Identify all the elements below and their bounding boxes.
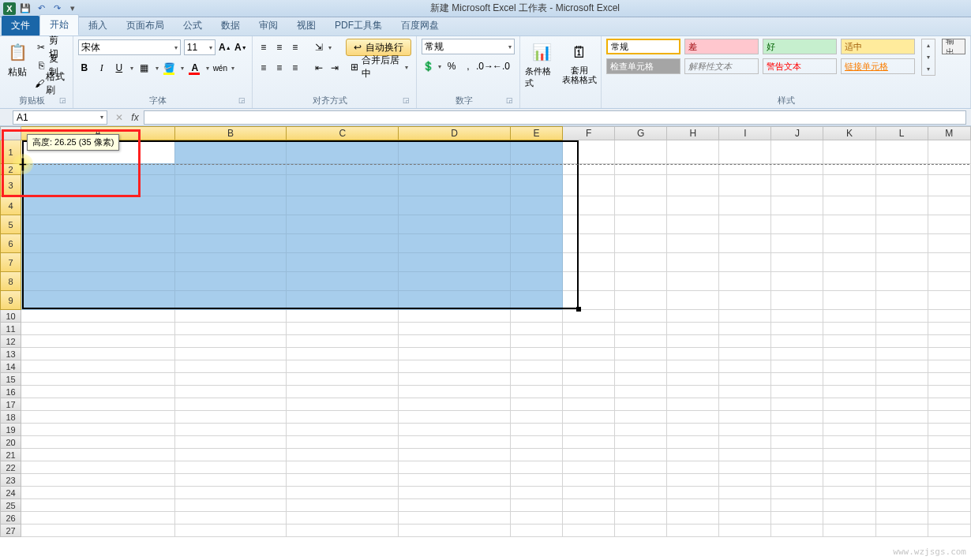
cell[interactable] <box>563 360 615 373</box>
cell[interactable] <box>175 411 287 424</box>
cell[interactable] <box>876 461 928 474</box>
cell[interactable] <box>287 461 399 474</box>
cell[interactable] <box>21 474 174 487</box>
cell[interactable] <box>615 461 667 474</box>
cell[interactable] <box>771 487 823 499</box>
tab-layout[interactable]: 页面布局 <box>117 16 174 35</box>
cell[interactable] <box>563 398 615 411</box>
cell[interactable] <box>399 373 511 386</box>
cell[interactable] <box>399 474 511 487</box>
border-icon[interactable]: ▦ <box>138 62 151 74</box>
align-right-icon[interactable]: ≡ <box>289 62 302 74</box>
cell[interactable] <box>615 164 667 175</box>
cell[interactable] <box>21 424 174 436</box>
cell[interactable] <box>928 424 971 436</box>
cell[interactable] <box>876 234 928 253</box>
cell[interactable] <box>928 398 971 411</box>
cell[interactable] <box>21 196 174 215</box>
align-top-icon[interactable]: ≡ <box>257 41 270 54</box>
cell[interactable] <box>823 436 875 449</box>
cell[interactable] <box>771 164 823 175</box>
cell[interactable] <box>511 348 563 360</box>
cell[interactable] <box>175 164 287 175</box>
cell[interactable] <box>287 175 399 196</box>
cell[interactable] <box>563 196 615 215</box>
cell[interactable] <box>823 234 875 253</box>
format-painter-button[interactable]: 🖌格式刷 <box>35 75 68 92</box>
cell[interactable] <box>563 291 615 310</box>
row-header[interactable]: 3 <box>0 175 21 196</box>
cell[interactable] <box>287 386 399 398</box>
cell[interactable] <box>175 487 287 499</box>
style-bad[interactable]: 差 <box>684 39 759 54</box>
cell[interactable] <box>563 449 615 461</box>
cell[interactable] <box>719 474 771 487</box>
cell[interactable] <box>563 164 615 175</box>
cell[interactable] <box>876 424 928 436</box>
cell[interactable] <box>719 164 771 175</box>
align-center-icon[interactable]: ≡ <box>273 62 286 74</box>
cell[interactable] <box>287 411 399 424</box>
cell[interactable] <box>876 140 928 164</box>
cell[interactable] <box>667 461 719 474</box>
cell[interactable] <box>511 140 563 164</box>
cell[interactable] <box>667 373 719 386</box>
cell[interactable] <box>667 487 719 499</box>
cell[interactable] <box>876 164 928 175</box>
cell[interactable] <box>876 291 928 310</box>
tab-pdf[interactable]: PDF工具集 <box>325 16 392 35</box>
cell[interactable] <box>823 449 875 461</box>
cell[interactable] <box>21 360 174 373</box>
fill-handle[interactable] <box>576 307 581 312</box>
save-icon[interactable]: 💾 <box>19 2 32 15</box>
cell[interactable] <box>21 499 174 512</box>
cell[interactable] <box>511 164 563 175</box>
cell[interactable] <box>563 323 615 335</box>
font-launcher-icon[interactable]: ◲ <box>238 96 247 104</box>
cell[interactable] <box>511 234 563 253</box>
cell[interactable] <box>823 461 875 474</box>
col-header[interactable]: I <box>719 126 771 140</box>
cell[interactable] <box>876 449 928 461</box>
cell[interactable] <box>719 348 771 360</box>
cell[interactable] <box>287 487 399 499</box>
row-header[interactable]: 15 <box>0 373 21 386</box>
cell[interactable] <box>719 291 771 310</box>
cell[interactable] <box>823 335 875 348</box>
col-header[interactable]: F <box>563 126 615 140</box>
cell[interactable] <box>928 175 971 196</box>
cell[interactable] <box>511 291 563 310</box>
cell[interactable] <box>667 272 719 291</box>
cell[interactable] <box>667 164 719 175</box>
cell[interactable] <box>876 348 928 360</box>
cell[interactable] <box>667 398 719 411</box>
style-link[interactable]: 链接单元格 <box>841 58 915 74</box>
cell[interactable] <box>667 310 719 323</box>
cell[interactable] <box>21 253 174 272</box>
currency-icon[interactable]: 💲 <box>422 60 434 73</box>
cell[interactable] <box>823 291 875 310</box>
cell[interactable] <box>399 449 511 461</box>
tab-review[interactable]: 审阅 <box>249 16 287 35</box>
row-header[interactable]: 12 <box>0 335 21 348</box>
cell[interactable] <box>771 386 823 398</box>
row-header[interactable]: 27 <box>0 525 21 537</box>
cell[interactable] <box>399 310 511 323</box>
font-size-combo[interactable]: 11▾ <box>184 39 216 55</box>
cell[interactable] <box>771 140 823 164</box>
cell[interactable] <box>771 398 823 411</box>
cell[interactable] <box>287 348 399 360</box>
cell[interactable] <box>21 348 174 360</box>
cell[interactable] <box>21 411 174 424</box>
cell[interactable] <box>876 398 928 411</box>
cell[interactable] <box>771 272 823 291</box>
cell[interactable] <box>615 335 667 348</box>
tab-baidu[interactable]: 百度网盘 <box>392 16 448 35</box>
cell[interactable] <box>399 411 511 424</box>
cell[interactable] <box>719 323 771 335</box>
cell[interactable] <box>399 234 511 253</box>
cell[interactable] <box>719 335 771 348</box>
row-header[interactable]: 16 <box>0 386 21 398</box>
cell[interactable] <box>719 373 771 386</box>
cell[interactable] <box>667 512 719 525</box>
